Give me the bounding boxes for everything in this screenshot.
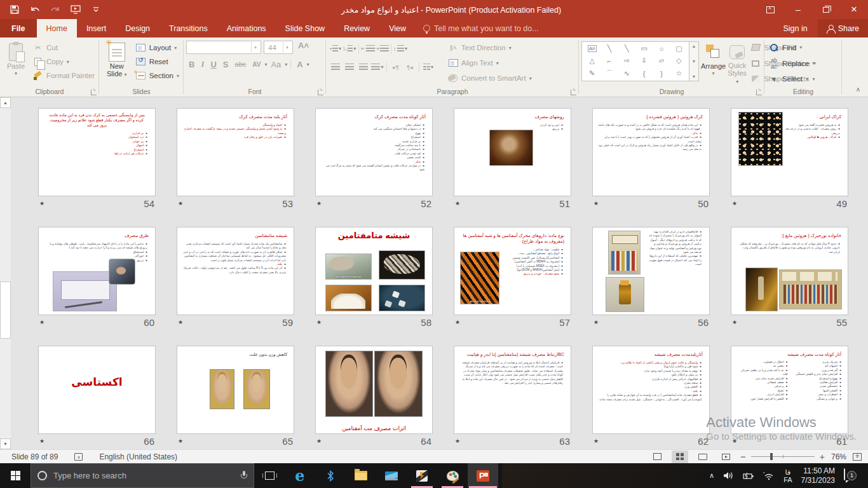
transition-star-icon[interactable]: ★	[455, 438, 460, 444]
slide-canvas[interactable]: آثار کوتاه مدت مصرف کرک◄خشکی دهان◄در دست…	[315, 108, 433, 196]
zoom-level[interactable]: 76%	[831, 452, 846, 461]
tab-slide-show[interactable]: Slide Show	[276, 19, 335, 37]
slide-thumbnail[interactable]: ◄قاچاقچیان دارو در ایران اقدام به تهیه آ…	[592, 227, 710, 329]
transition-star-icon[interactable]: ★	[593, 319, 599, 325]
task-view-button[interactable]	[254, 463, 285, 488]
clock[interactable]: 11:50 AM7/31/2023	[801, 466, 835, 485]
language-status[interactable]: English (United States)	[99, 452, 177, 461]
slide-thumbnail[interactable]: BCارتباط مصرف شیشه (متامفتامین )با ایدز …	[454, 346, 571, 448]
transition-star-icon[interactable]: ★	[732, 319, 737, 325]
italic-icon[interactable]: I	[198, 59, 207, 69]
clipboard-dialog-launcher[interactable]	[91, 90, 97, 95]
transition-star-icon[interactable]: ★	[732, 200, 737, 207]
transition-star-icon[interactable]: ★	[178, 319, 183, 325]
strikethrough-icon[interactable]: abc	[233, 60, 249, 68]
slide-canvas[interactable]: خانواده نورجیزک ( هروئین مایع ):◄حدود 4 …	[731, 227, 848, 315]
slide-thumbnail[interactable]: روشهای مصرف◄حین و دود کردن◄تزریق★51	[454, 108, 571, 210]
restore-button[interactable]	[812, 0, 840, 19]
slide-canvas[interactable]: کراک ایرانی :◄به هروئین فشرده گفته می شو…	[731, 108, 848, 196]
cut-button[interactable]: ✂Cut	[31, 41, 97, 55]
transition-star-icon[interactable]: ★	[39, 438, 44, 444]
numbering-icon[interactable]: 1₃▾	[342, 42, 356, 55]
slide-canvas[interactable]: BCارتباط مصرف شیشه (متامفتامین )با ایدز …	[454, 346, 571, 434]
tray-overflow-icon[interactable]: ∧	[709, 471, 714, 480]
align-left-icon[interactable]	[329, 60, 342, 74]
wifi-icon[interactable]: *	[763, 471, 775, 480]
start-from-beginning-icon[interactable]	[70, 4, 81, 15]
scroll-up-icon[interactable]: ▲	[0, 97, 11, 108]
save-icon[interactable]	[9, 4, 20, 15]
minimize-button[interactable]: –	[784, 0, 812, 19]
slide-thumbnail[interactable]: اثرات مصرف مت آمفتامین★64	[315, 346, 433, 448]
slide-canvas[interactable]: نوع ماده: داروهای محرک آمفتامین ها و شبه…	[454, 227, 571, 315]
font-size-combo[interactable]: 44▾	[264, 41, 293, 54]
layout-button[interactable]: Layout ▾	[134, 41, 181, 55]
taskbar-search-box[interactable]: Type here to search	[31, 463, 254, 488]
close-button[interactable]: ×	[840, 0, 868, 19]
section-button[interactable]: Section ▾	[134, 69, 181, 83]
slide-thumbnail[interactable]: کاهش وزن بدون علت.★65	[177, 346, 294, 448]
shapes-gallery-scroll[interactable]: ▲▼▼	[689, 41, 699, 81]
ribbon-display-options-icon[interactable]	[756, 0, 784, 19]
find-button[interactable]: Find	[767, 41, 817, 55]
transition-star-icon[interactable]: ★	[455, 319, 460, 325]
customize-qat-icon[interactable]	[90, 4, 102, 15]
font-name-combo[interactable]: ▾	[186, 41, 261, 54]
tab-design[interactable]: Design	[116, 19, 159, 37]
text-direction-button[interactable]: ∥AText Direction ▾	[446, 41, 534, 55]
slide-canvas[interactable]: آثار بلند مدت مصرف کرک◄اعتیاد و وابستگی◄…	[177, 108, 294, 196]
text-shadow-icon[interactable]: S	[220, 60, 231, 69]
sign-in-link[interactable]: Sign in	[773, 19, 817, 37]
slide-sorter-view-button[interactable]	[672, 451, 688, 463]
decrease-indent-icon[interactable]: ⇤	[361, 42, 375, 55]
tab-insert[interactable]: Insert	[77, 19, 116, 37]
slide-canvas[interactable]: آثاربلندمدت مصرف شیشه◄وابستگی و حالت جنو…	[592, 346, 710, 434]
reading-view-button[interactable]	[695, 451, 711, 463]
increase-indent-icon[interactable]: ⇥	[375, 42, 389, 55]
slide-canvas[interactable]: کاهش وزن بدون علت.	[177, 346, 294, 434]
zoom-slider-thumb[interactable]	[770, 453, 773, 460]
transition-star-icon[interactable]: ★	[178, 438, 183, 444]
slide-thumbnail[interactable]: طرق مصرف◄تدخین ( این ماده را در داخل لام…	[38, 227, 156, 329]
quick-styles-button[interactable]: QuickStyles ▾	[728, 39, 747, 86]
slide-thumbnail[interactable]: پس از وابستگی جسمی به کرک بدن فرد به این…	[38, 108, 156, 210]
bullets-icon[interactable]: •▾	[329, 42, 342, 55]
slide-canvas[interactable]: کرک هروئین ( هروئین فشرده )◄این ماده هما…	[592, 108, 710, 196]
vertical-scrollbar[interactable]: ▲ ▼	[0, 97, 11, 449]
arrange-button[interactable]: Arrange▾	[701, 39, 726, 86]
slide-thumbnail[interactable]: کراک ایرانی :◄به هروئین فشرده گفته می شو…	[731, 108, 848, 210]
align-center-icon[interactable]	[342, 60, 356, 74]
transition-star-icon[interactable]: ★	[593, 200, 599, 207]
convert-to-smartart-button[interactable]: Convert to SmartArt ▾	[446, 71, 534, 85]
transition-star-icon[interactable]: ★	[455, 200, 460, 207]
slide-canvas[interactable]: ◄قاچاقچیان دارو در ایران اقدام به تهیه آ…	[592, 227, 710, 315]
slide-canvas[interactable]: پس از وابستگی جسمی به کرک بدن فرد به این…	[38, 108, 156, 196]
tab-view[interactable]: View	[379, 19, 416, 37]
slide-thumbnail[interactable]: آثار کوتاه مدت مصرف شیشه◄تحریک پذیری◄اشت…	[731, 346, 848, 448]
format-painter-button[interactable]: Format Painter	[31, 69, 97, 83]
tab-animations[interactable]: Animations	[217, 19, 276, 37]
slide-thumbnail[interactable]: آثار بلند مدت مصرف کرک◄اعتیاد و وابستگی◄…	[177, 108, 294, 210]
font-dialog-launcher[interactable]	[318, 90, 323, 95]
start-button[interactable]	[0, 463, 31, 488]
edge-taskbar-button[interactable]: e	[285, 463, 315, 488]
drawing-dialog-launcher[interactable]	[756, 90, 762, 95]
transition-star-icon[interactable]: ★	[732, 438, 737, 444]
slide-thumbnail[interactable]: شیشه متامفتامین◄متامفتامین یک ماده محرک …	[177, 227, 294, 329]
paste-button[interactable]: Paste▾	[3, 39, 29, 86]
scroll-down-icon[interactable]: ▼	[0, 438, 11, 449]
slide-show-button[interactable]	[717, 451, 734, 463]
undo-icon[interactable]	[29, 4, 41, 15]
zoom-slider[interactable]	[751, 456, 815, 457]
slide-thumbnail[interactable]: خانواده نورجیزک ( هروئین مایع ):◄حدود 4 …	[731, 227, 848, 329]
file-explorer-taskbar-button[interactable]	[346, 463, 376, 488]
slide-canvas[interactable]: اکستاسی	[38, 346, 156, 434]
columns-icon[interactable]: ▾	[421, 60, 435, 74]
tell-me-box[interactable]: Tell me what you want to do...	[416, 19, 546, 37]
collapse-ribbon-icon[interactable]: ∧	[856, 86, 860, 93]
slide-thumbnail[interactable]: آثاربلندمدت مصرف شیشه◄وابستگی و حالت جنو…	[592, 346, 710, 448]
zoom-out-icon[interactable]: −	[740, 451, 746, 462]
slide-thumbnail[interactable]: نوع ماده: داروهای محرک آمفتامین ها و شبه…	[454, 227, 571, 329]
tab-review[interactable]: Review	[334, 19, 379, 37]
slide-canvas[interactable]: روشهای مصرف◄حین و دود کردن◄تزریق	[454, 108, 571, 196]
